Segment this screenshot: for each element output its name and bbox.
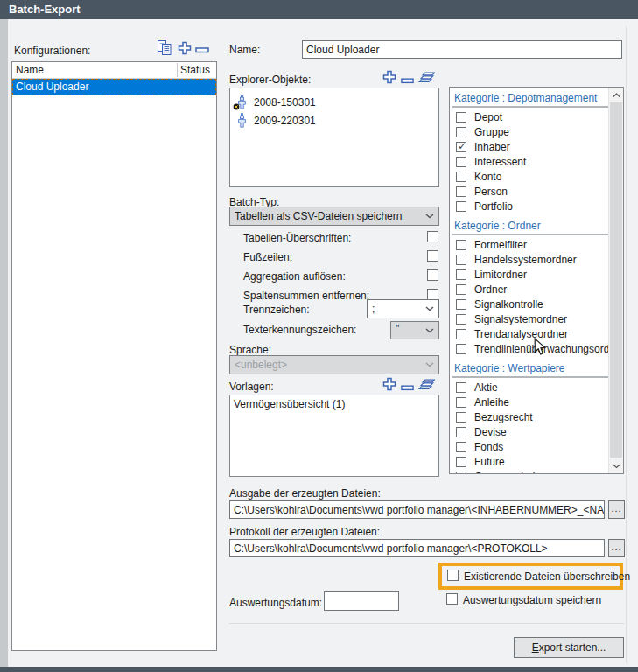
category-checkbox[interactable]: [456, 344, 466, 354]
category-label: Limitordner: [474, 269, 527, 281]
explorer-item[interactable]: 2009-220301: [230, 111, 438, 130]
category-checkbox[interactable]: [456, 186, 466, 197]
protokoll-browse-button[interactable]: ...: [608, 539, 625, 557]
explorer-objekte-label: Explorer-Objekte:: [229, 74, 311, 86]
explorer-item-label: 2008-150301: [254, 96, 316, 108]
scrollbar[interactable]: [608, 88, 623, 473]
config-column-status[interactable]: Status: [180, 64, 210, 76]
scroll-up-button[interactable]: [609, 88, 623, 102]
category-item: Anleihe: [456, 396, 608, 410]
protokoll-path-input[interactable]: C:\Users\kohlra\Documents\vwd portfolio …: [229, 539, 605, 557]
remove-object-button[interactable]: [401, 75, 414, 88]
category-item: Portfolio: [456, 200, 608, 214]
category-label: Trendanalyseordner: [474, 328, 568, 340]
object-layers-button[interactable]: [418, 71, 435, 86]
category-checkbox[interactable]: [456, 201, 466, 212]
category-checkbox[interactable]: [456, 472, 466, 473]
category-item: Inhaber: [456, 140, 608, 154]
chevron-down-icon: [425, 306, 434, 312]
category-label: Portfolio: [474, 200, 513, 213]
tabellen-ueberschriften-checkbox[interactable]: [427, 231, 438, 242]
trennzeichen-select[interactable]: ;: [367, 299, 439, 318]
texterkennungszeichen-value: ": [396, 323, 399, 335]
category-label: Gruppe: [474, 126, 509, 138]
name-label: Name:: [229, 44, 260, 56]
scroll-thumb[interactable]: [610, 102, 622, 458]
add-vorlage-button[interactable]: [382, 377, 396, 394]
category-checkbox[interactable]: [456, 157, 466, 167]
category-label: Interessent: [474, 156, 526, 168]
category-checkbox[interactable]: [456, 314, 466, 325]
category-item: Signalsystemordner: [456, 312, 608, 326]
add-object-button[interactable]: [382, 70, 396, 87]
copy-config-button[interactable]: [157, 39, 172, 59]
category-checkbox[interactable]: [456, 142, 466, 152]
batch-typ-value: Tabellen als CSV-Dateien speichern: [235, 210, 402, 222]
vorlage-layers-button[interactable]: [418, 378, 435, 393]
save-date-label: Auswertungsdatum speichern: [463, 594, 601, 606]
column-separator[interactable]: [177, 63, 178, 77]
explorer-list[interactable]: 2008-150301 2009-220301: [229, 88, 439, 187]
texterkennungszeichen-select[interactable]: ": [390, 321, 439, 340]
category-label: Genussschein: [474, 471, 541, 473]
category-label: Konto: [474, 171, 501, 183]
explorer-item[interactable]: 2008-150301: [230, 93, 438, 111]
category-item: Formelfilter: [456, 238, 608, 252]
overwrite-checkbox[interactable]: [447, 570, 459, 581]
category-checkbox[interactable]: [456, 382, 466, 393]
category-item: Trendanalyseordner: [456, 327, 608, 341]
category-header: Kategorie : Depotmanagement: [452, 90, 608, 108]
ausgabe-browse-button[interactable]: ...: [608, 500, 625, 519]
category-item: Future: [456, 455, 608, 469]
aggregation-aufloesen-checkbox[interactable]: [427, 270, 438, 281]
plus-icon: [382, 70, 396, 84]
category-checkbox[interactable]: [456, 112, 466, 122]
category-checkbox[interactable]: [456, 255, 466, 265]
category-checkbox[interactable]: [456, 240, 466, 250]
tabellen-ueberschriften-label: Tabellen-Überschriften:: [243, 232, 351, 244]
config-table-header: Name Status: [12, 62, 216, 79]
person-icon: [236, 113, 248, 128]
category-label: Signalkontrolle: [474, 298, 543, 311]
batch-export-dialog: Batch-Export Konfigurationen: Name Statu…: [0, 0, 638, 672]
config-column-name[interactable]: Name: [16, 64, 44, 76]
category-checkbox[interactable]: [456, 427, 466, 438]
category-item: Aktie: [456, 381, 608, 395]
remove-config-button[interactable]: [195, 45, 209, 57]
scroll-down-button[interactable]: [609, 458, 623, 473]
vorlagen-item[interactable]: Vermögensübersicht (1): [234, 398, 435, 410]
remove-vorlage-button[interactable]: [401, 382, 414, 395]
ausgabe-path-input[interactable]: C:\Users\kohlra\Documents\vwd portfolio …: [229, 500, 605, 519]
category-checkbox[interactable]: [456, 442, 466, 452]
window-edge-bottom: [0, 667, 638, 672]
category-item: Person: [456, 185, 608, 199]
category-checkbox[interactable]: [456, 329, 466, 340]
config-table[interactable]: Name Status Cloud Uploader: [11, 61, 217, 651]
category-checkbox[interactable]: [456, 270, 466, 280]
category-label: Future: [474, 456, 505, 468]
fusszeilen-checkbox[interactable]: [427, 250, 438, 262]
chevron-down-icon: [425, 214, 434, 219]
add-config-button[interactable]: [178, 41, 192, 58]
category-checkbox[interactable]: [456, 457, 466, 467]
category-checkbox[interactable]: [456, 127, 466, 137]
category-label: Devise: [474, 426, 507, 438]
config-row[interactable]: Cloud Uploader: [12, 79, 216, 95]
texterkennungszeichen-label: Texterkennungszeichen:: [243, 324, 356, 336]
auswertungsdatum-input[interactable]: [324, 592, 399, 611]
name-input[interactable]: Cloud Uploader: [302, 40, 622, 59]
vorlagen-list[interactable]: Vermögensübersicht (1): [229, 395, 439, 477]
batch-typ-select[interactable]: Tabellen als CSV-Dateien speichern: [229, 206, 439, 226]
save-date-checkbox[interactable]: [446, 593, 458, 605]
auswertungsdatum-label: Auswertungsdatum:: [229, 597, 322, 609]
minus-icon: [401, 77, 414, 85]
category-checkbox[interactable]: [456, 299, 466, 310]
minus-icon: [401, 384, 414, 392]
plus-icon: [178, 41, 192, 55]
category-checkbox[interactable]: [456, 284, 466, 295]
category-checkbox[interactable]: [456, 397, 466, 408]
category-list[interactable]: Kategorie : Depotmanagement Depot Gruppe…: [449, 87, 624, 474]
category-checkbox[interactable]: [456, 172, 466, 182]
category-checkbox[interactable]: [456, 412, 466, 423]
export-start-button[interactable]: Export starten...: [514, 637, 624, 658]
